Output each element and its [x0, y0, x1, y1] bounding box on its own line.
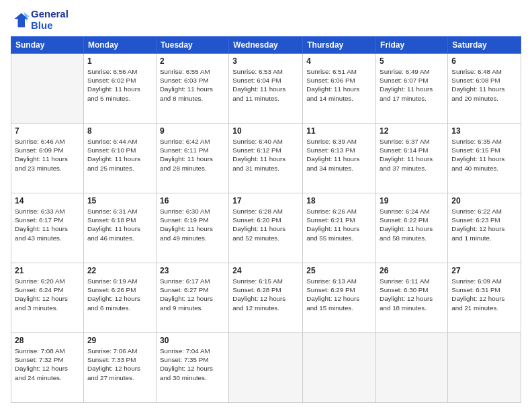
day-number: 22	[87, 266, 152, 275]
calendar-cell: 7Sunrise: 6:46 AM Sunset: 6:09 PM Daylig…	[11, 124, 84, 193]
day-info: Sunrise: 6:09 AM Sunset: 6:31 PM Dayligh…	[451, 277, 517, 312]
day-info: Sunrise: 6:19 AM Sunset: 6:26 PM Dayligh…	[87, 277, 152, 312]
calendar-cell	[303, 333, 376, 403]
calendar-cell: 6Sunrise: 6:48 AM Sunset: 6:08 PM Daylig…	[448, 54, 521, 124]
weekday-header: Friday	[376, 37, 448, 54]
calendar-cell: 30Sunrise: 7:04 AM Sunset: 7:35 PM Dayli…	[156, 333, 228, 403]
calendar-cell: 27Sunrise: 6:09 AM Sunset: 6:31 PM Dayli…	[448, 263, 521, 333]
day-number: 30	[160, 336, 225, 345]
calendar-cell: 25Sunrise: 6:13 AM Sunset: 6:29 PM Dayli…	[303, 263, 376, 333]
calendar-cell: 22Sunrise: 6:19 AM Sunset: 6:26 PM Dayli…	[83, 263, 156, 333]
calendar-cell: 8Sunrise: 6:44 AM Sunset: 6:10 PM Daylig…	[83, 124, 156, 193]
calendar-cell: 17Sunrise: 6:28 AM Sunset: 6:20 PM Dayli…	[229, 193, 303, 263]
calendar-table: SundayMondayTuesdayWednesdayThursdayFrid…	[11, 36, 521, 403]
day-number: 20	[451, 196, 517, 205]
day-number: 11	[306, 126, 372, 136]
day-number: 14	[15, 196, 80, 205]
header: General Blue	[11, 8, 521, 31]
calendar-cell: 2Sunrise: 6:55 AM Sunset: 6:03 PM Daylig…	[156, 54, 228, 124]
logo: General Blue	[11, 8, 69, 31]
day-number: 15	[87, 196, 152, 205]
calendar-cell: 15Sunrise: 6:31 AM Sunset: 6:18 PM Dayli…	[83, 193, 156, 263]
day-info: Sunrise: 6:28 AM Sunset: 6:20 PM Dayligh…	[232, 207, 299, 242]
day-info: Sunrise: 6:48 AM Sunset: 6:08 PM Dayligh…	[451, 67, 517, 103]
calendar-week-row: 21Sunrise: 6:20 AM Sunset: 6:24 PM Dayli…	[11, 263, 521, 333]
day-number: 9	[160, 126, 225, 136]
calendar-cell: 11Sunrise: 6:39 AM Sunset: 6:13 PM Dayli…	[303, 124, 376, 193]
day-info: Sunrise: 6:42 AM Sunset: 6:11 PM Dayligh…	[160, 137, 225, 173]
calendar-cell: 29Sunrise: 7:06 AM Sunset: 7:33 PM Dayli…	[83, 333, 156, 403]
day-info: Sunrise: 6:53 AM Sunset: 6:04 PM Dayligh…	[232, 67, 299, 103]
day-info: Sunrise: 6:56 AM Sunset: 6:02 PM Dayligh…	[87, 67, 152, 103]
day-number: 7	[15, 126, 80, 136]
day-info: Sunrise: 6:37 AM Sunset: 6:14 PM Dayligh…	[380, 137, 444, 173]
day-number: 5	[380, 56, 444, 66]
calendar-cell: 3Sunrise: 6:53 AM Sunset: 6:04 PM Daylig…	[229, 54, 303, 124]
calendar-cell	[376, 333, 448, 403]
calendar-cell: 23Sunrise: 6:17 AM Sunset: 6:27 PM Dayli…	[156, 263, 228, 333]
calendar-week-row: 1Sunrise: 6:56 AM Sunset: 6:02 PM Daylig…	[11, 54, 521, 124]
calendar-cell: 12Sunrise: 6:37 AM Sunset: 6:14 PM Dayli…	[376, 124, 448, 193]
page: General Blue SundayMondayTuesdayWednesda…	[0, 0, 532, 411]
day-info: Sunrise: 6:51 AM Sunset: 6:06 PM Dayligh…	[306, 67, 372, 103]
day-number: 1	[87, 56, 152, 66]
day-info: Sunrise: 6:30 AM Sunset: 6:19 PM Dayligh…	[160, 207, 225, 242]
day-number: 23	[160, 266, 225, 275]
calendar-week-row: 28Sunrise: 7:08 AM Sunset: 7:32 PM Dayli…	[11, 333, 521, 403]
day-info: Sunrise: 6:49 AM Sunset: 6:07 PM Dayligh…	[380, 67, 444, 103]
day-info: Sunrise: 6:46 AM Sunset: 6:09 PM Dayligh…	[15, 137, 80, 173]
day-info: Sunrise: 6:24 AM Sunset: 6:22 PM Dayligh…	[380, 207, 444, 242]
calendar-cell: 26Sunrise: 6:11 AM Sunset: 6:30 PM Dayli…	[376, 263, 448, 333]
day-info: Sunrise: 7:08 AM Sunset: 7:32 PM Dayligh…	[15, 347, 80, 382]
day-number: 27	[451, 266, 517, 275]
logo-icon	[11, 11, 30, 30]
day-info: Sunrise: 6:33 AM Sunset: 6:17 PM Dayligh…	[15, 207, 80, 242]
day-number: 24	[232, 266, 299, 275]
calendar-cell: 19Sunrise: 6:24 AM Sunset: 6:22 PM Dayli…	[376, 193, 448, 263]
calendar-cell: 14Sunrise: 6:33 AM Sunset: 6:17 PM Dayli…	[11, 193, 84, 263]
day-info: Sunrise: 6:13 AM Sunset: 6:29 PM Dayligh…	[306, 277, 372, 312]
day-info: Sunrise: 6:22 AM Sunset: 6:23 PM Dayligh…	[451, 207, 517, 242]
day-info: Sunrise: 7:04 AM Sunset: 7:35 PM Dayligh…	[160, 347, 225, 382]
calendar-cell: 16Sunrise: 6:30 AM Sunset: 6:19 PM Dayli…	[156, 193, 228, 263]
calendar-cell: 10Sunrise: 6:40 AM Sunset: 6:12 PM Dayli…	[229, 124, 303, 193]
day-info: Sunrise: 6:35 AM Sunset: 6:15 PM Dayligh…	[451, 137, 517, 173]
calendar-cell	[448, 333, 521, 403]
calendar-cell: 21Sunrise: 6:20 AM Sunset: 6:24 PM Dayli…	[11, 263, 84, 333]
calendar-cell: 5Sunrise: 6:49 AM Sunset: 6:07 PM Daylig…	[376, 54, 448, 124]
day-number: 29	[87, 336, 152, 345]
day-number: 21	[15, 266, 80, 275]
day-info: Sunrise: 6:20 AM Sunset: 6:24 PM Dayligh…	[15, 277, 80, 312]
weekday-header: Thursday	[303, 37, 376, 54]
day-number: 25	[306, 266, 372, 275]
calendar-cell: 1Sunrise: 6:56 AM Sunset: 6:02 PM Daylig…	[83, 54, 156, 124]
calendar-cell: 18Sunrise: 6:26 AM Sunset: 6:21 PM Dayli…	[303, 193, 376, 263]
day-number: 19	[380, 196, 444, 205]
day-number: 16	[160, 196, 225, 205]
calendar-week-row: 7Sunrise: 6:46 AM Sunset: 6:09 PM Daylig…	[11, 124, 521, 193]
day-info: Sunrise: 6:55 AM Sunset: 6:03 PM Dayligh…	[160, 67, 225, 103]
calendar-cell	[229, 333, 303, 403]
day-info: Sunrise: 6:15 AM Sunset: 6:28 PM Dayligh…	[232, 277, 299, 312]
weekday-header: Saturday	[448, 37, 521, 54]
logo-text: General Blue	[31, 8, 69, 31]
day-info: Sunrise: 6:44 AM Sunset: 6:10 PM Dayligh…	[87, 137, 152, 173]
weekday-header: Monday	[83, 37, 156, 54]
day-info: Sunrise: 6:40 AM Sunset: 6:12 PM Dayligh…	[232, 137, 299, 173]
day-number: 26	[380, 266, 444, 275]
day-number: 17	[232, 196, 299, 205]
day-number: 8	[87, 126, 152, 136]
calendar-cell: 28Sunrise: 7:08 AM Sunset: 7:32 PM Dayli…	[11, 333, 84, 403]
day-number: 12	[380, 126, 444, 136]
calendar-cell: 13Sunrise: 6:35 AM Sunset: 6:15 PM Dayli…	[448, 124, 521, 193]
day-number: 10	[232, 126, 299, 136]
day-info: Sunrise: 6:17 AM Sunset: 6:27 PM Dayligh…	[160, 277, 225, 312]
day-info: Sunrise: 6:31 AM Sunset: 6:18 PM Dayligh…	[87, 207, 152, 242]
calendar-cell: 24Sunrise: 6:15 AM Sunset: 6:28 PM Dayli…	[229, 263, 303, 333]
calendar-cell: 4Sunrise: 6:51 AM Sunset: 6:06 PM Daylig…	[303, 54, 376, 124]
weekday-header: Sunday	[11, 37, 84, 54]
day-number: 3	[232, 56, 299, 66]
day-info: Sunrise: 6:26 AM Sunset: 6:21 PM Dayligh…	[306, 207, 372, 242]
day-info: Sunrise: 6:11 AM Sunset: 6:30 PM Dayligh…	[380, 277, 444, 312]
day-number: 13	[451, 126, 517, 136]
